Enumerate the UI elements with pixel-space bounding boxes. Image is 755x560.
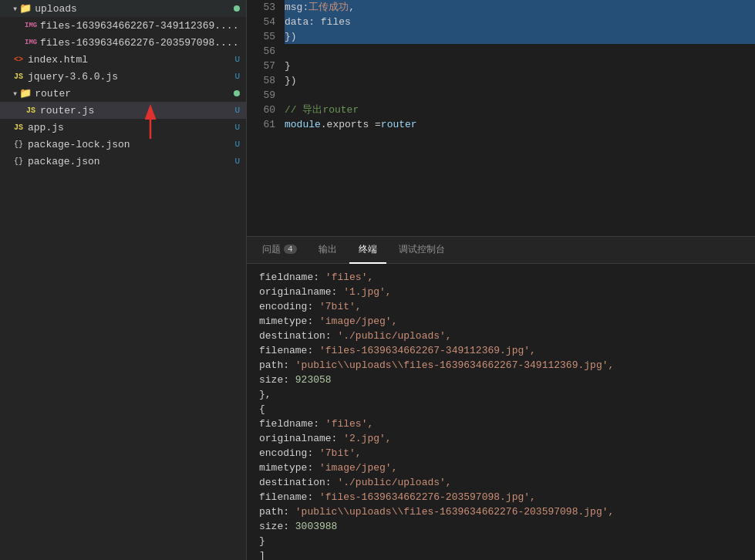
terminal-prefix: ] (259, 550, 265, 560)
terminal-line: { (259, 402, 743, 417)
terminal-prefix: filename: (259, 345, 319, 356)
code-token: } (285, 59, 291, 73)
tab-tab-output[interactable]: 输出 (309, 237, 346, 264)
sidebar-item-label: index.html (28, 54, 88, 66)
folder-icon: 📁 (19, 2, 32, 15)
terminal-line: size: 923058 (259, 373, 743, 387)
sidebar-item-package-json[interactable]: {}package.jsonU (0, 153, 246, 170)
js-icon: JS (25, 106, 37, 115)
terminal-panel: 问题4输出终端调试控制台 fieldname: 'files', origina… (247, 236, 755, 560)
terminal-value: '7bit', (319, 301, 362, 312)
tab-tab-debug[interactable]: 调试控制台 (389, 237, 454, 264)
line-number-56: 56 (247, 44, 275, 59)
code-token: module (285, 117, 321, 132)
terminal-prefix: destination: (259, 477, 337, 488)
sidebar-item-uploads-folder[interactable]: ▾📁uploads (0, 0, 246, 17)
tab-badge: 4 (284, 245, 297, 254)
code-line-59 (285, 88, 755, 103)
terminal-line: size: 3003988 (259, 519, 743, 534)
line-number-61: 61 (247, 117, 275, 132)
js-icon: JS (12, 73, 25, 81)
sidebar-item-label: router (35, 88, 71, 100)
terminal-prefix: mimetype: (259, 462, 319, 474)
terminal-content: fieldname: 'files', originalname: '1.jpg… (247, 264, 755, 560)
terminal-prefix: size: (259, 521, 295, 532)
terminal-line: } (259, 534, 743, 548)
sidebar-item-app-js[interactable]: JSapp.jsU (0, 119, 246, 136)
sidebar-item-label: package.json (28, 156, 100, 167)
terminal-line: fieldname: 'files', (259, 270, 743, 285)
terminal-value: 'files', (325, 272, 373, 283)
terminal-prefix: originalname: (259, 286, 343, 298)
terminal-value: 'files-1639634662276-203597098.jpg', (319, 491, 536, 503)
line-number-57: 57 (247, 59, 275, 73)
terminal-value: '7bit', (319, 447, 362, 459)
terminal-prefix: encoding: (259, 447, 319, 459)
sidebar-item-label: uploads (35, 3, 77, 15)
terminal-line: destination: './public/uploads', (259, 329, 743, 343)
terminal-prefix: size: (259, 374, 295, 386)
code-token: // 导出router (285, 103, 359, 117)
terminal-value: './public/uploads', (337, 330, 451, 342)
sidebar-item-label: package-lock.json (28, 139, 130, 150)
code-line-55: }) (285, 29, 755, 44)
sidebar-item-label: app.js (28, 122, 64, 133)
sidebar-item-label: router.js (40, 105, 94, 116)
code-token: , (349, 0, 355, 15)
line-numbers: 535455565758596061 (247, 0, 281, 236)
code-token: router (381, 117, 417, 132)
badge-dot (234, 5, 240, 12)
terminal-line: mimetype: 'image/jpeg', (259, 460, 743, 475)
terminal-line: originalname: '1.jpg', (259, 285, 743, 299)
terminal-prefix: originalname: (259, 433, 343, 444)
code-line-56 (285, 44, 755, 59)
code-token: }) (285, 73, 297, 88)
terminal-prefix: destination: (259, 330, 337, 342)
sidebar-item-router-js[interactable]: JSrouter.jsU (0, 102, 246, 119)
badge-u: U (234, 106, 246, 115)
badge-u: U (234, 140, 246, 149)
sidebar-item-label: files-1639634662276-203597098.... (40, 37, 238, 49)
tab-tab-problems[interactable]: 问题4 (253, 237, 306, 264)
badge-u: U (234, 123, 246, 132)
terminal-line: filename: 'files-1639634662267-349112369… (259, 343, 743, 358)
terminal-line: mimetype: 'image/jpeg', (259, 314, 743, 329)
code-line-58: }) (285, 73, 755, 88)
main-area: 535455565758596061 msg: 工传成功, data: file… (247, 0, 755, 560)
badge-u: U (234, 72, 246, 81)
terminal-value: 923058 (295, 374, 332, 386)
sidebar-item-index-html[interactable]: <>index.htmlU (0, 51, 246, 68)
code-line-61: module.exports = router (285, 117, 755, 132)
terminal-prefix: }, (259, 389, 271, 400)
terminal-value: 'image/jpeg', (319, 315, 397, 327)
terminal-line: ] (259, 548, 743, 560)
terminal-line: path: 'public\\uploads\\files-1639634662… (259, 504, 743, 519)
badge-u: U (234, 55, 246, 64)
terminal-prefix: path: (259, 506, 295, 518)
sidebar-item-package-lock[interactable]: {}package-lock.jsonU (0, 136, 246, 153)
terminal-value: 3003988 (295, 521, 338, 532)
sidebar-item-label: files-1639634662267-349112369.... (40, 20, 238, 32)
terminal-tabs: 问题4输出终端调试控制台 (247, 237, 755, 264)
sidebar-item-file-2[interactable]: IMGfiles-1639634662276-203597098.... (0, 34, 246, 51)
line-number-53: 53 (247, 0, 275, 15)
code-lines: msg: 工传成功, data: files }) }})// 导出router… (281, 0, 755, 236)
editor-area: 535455565758596061 msg: 工传成功, data: file… (247, 0, 755, 236)
terminal-prefix: filename: (259, 491, 319, 503)
sidebar-item-jquery-js[interactable]: JSjquery-3.6.0.jsU (0, 68, 246, 85)
terminal-prefix: fieldname: (259, 272, 325, 283)
tab-tab-terminal[interactable]: 终端 (349, 237, 386, 264)
sidebar-item-file-1[interactable]: IMGfiles-1639634662267-349112369.... (0, 17, 246, 34)
image-icon: IMG (25, 22, 37, 29)
badge-dot (234, 90, 240, 96)
code-line-54: data: files (285, 15, 755, 29)
terminal-prefix: } (259, 535, 265, 547)
terminal-value: './public/uploads', (337, 477, 451, 488)
code-content: 535455565758596061 msg: 工传成功, data: file… (247, 0, 755, 236)
sidebar-item-router-folder[interactable]: ▾📁router (0, 85, 246, 102)
sidebar-item-label: jquery-3.6.0.js (28, 71, 118, 83)
js-icon: JS (12, 123, 25, 132)
terminal-line: }, (259, 387, 743, 402)
terminal-line: path: 'public\\uploads\\files-1639634662… (259, 358, 743, 373)
terminal-prefix: encoding: (259, 301, 319, 312)
